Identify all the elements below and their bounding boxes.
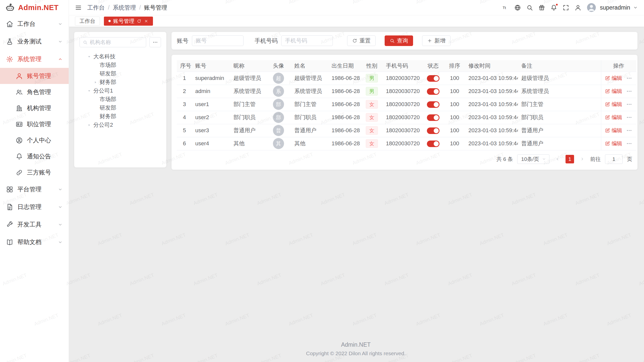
sidebar-item-business-test[interactable]: 业务测试 bbox=[0, 33, 69, 50]
edit-button[interactable]: 编辑 bbox=[605, 140, 622, 147]
tree-caret-icon[interactable] bbox=[93, 80, 100, 85]
tree-node[interactable]: 大名科技 bbox=[79, 52, 161, 61]
tree-node[interactable]: 研发部 bbox=[79, 69, 161, 78]
edit-button[interactable]: 编辑 bbox=[605, 114, 622, 121]
search-button[interactable]: 查询 bbox=[385, 35, 413, 46]
org-more-button[interactable] bbox=[149, 37, 161, 47]
sidebar-item-platform-management[interactable]: 平台管理 bbox=[0, 180, 69, 198]
sidebar-item-label: 工作台 bbox=[17, 20, 58, 28]
breadcrumb-item[interactable]: 工作台 bbox=[87, 4, 105, 12]
user-config-icon[interactable] bbox=[575, 4, 581, 11]
sidebar-item-dev-tools[interactable]: 开发工具 bbox=[0, 216, 69, 233]
sidebar-item-account-management[interactable]: 账号管理 bbox=[0, 68, 69, 84]
more-actions-button[interactable] bbox=[626, 88, 632, 94]
tree-caret-icon[interactable] bbox=[87, 54, 93, 59]
breadcrumb-item[interactable]: 系统管理 bbox=[113, 4, 136, 12]
active-tab-dot bbox=[108, 20, 111, 22]
notification-bell-icon[interactable] bbox=[550, 4, 557, 11]
tab-0[interactable]: 工作台 bbox=[75, 17, 100, 26]
edit-button[interactable]: 编辑 bbox=[605, 88, 622, 95]
sidebar-item-log-management[interactable]: 日志管理 bbox=[0, 198, 69, 216]
status-toggle[interactable] bbox=[427, 101, 439, 108]
tree-node[interactable]: 分公司2 bbox=[79, 121, 161, 129]
sidebar-item-notice-announcement[interactable]: 通知公告 bbox=[0, 148, 69, 164]
tree-node[interactable]: 分公司1 bbox=[79, 86, 161, 95]
cell-sort: 100 bbox=[444, 98, 465, 111]
tree-node-label: 研发部 bbox=[100, 104, 116, 112]
edit-label: 编辑 bbox=[612, 101, 622, 108]
page-1-button[interactable]: 1 bbox=[566, 155, 574, 163]
close-icon[interactable] bbox=[144, 19, 148, 23]
user-avatar[interactable] bbox=[587, 3, 596, 12]
cell-status bbox=[422, 72, 444, 85]
edit-button[interactable]: 编辑 bbox=[605, 75, 622, 82]
sidebar-item-third-party-account[interactable]: 三方账号 bbox=[0, 164, 69, 180]
menu-collapse-icon[interactable] bbox=[75, 4, 82, 11]
sidebar-item-workbench[interactable]: 工作台 bbox=[0, 15, 69, 33]
tree-node[interactable]: 市场部 bbox=[79, 95, 161, 104]
tree-caret-icon[interactable] bbox=[87, 88, 93, 93]
refresh-icon[interactable] bbox=[137, 19, 141, 23]
text-size-icon[interactable]: Tt bbox=[502, 4, 509, 11]
language-icon[interactable] bbox=[514, 4, 521, 11]
sidebar-menu: 工作台业务测试系统管理账号管理角色管理机构管理职位管理个人中心通知公告三方账号平… bbox=[0, 15, 69, 362]
avatar: 普 bbox=[273, 125, 284, 136]
edit-button[interactable]: 编辑 bbox=[605, 127, 622, 134]
sidebar-item-role-management[interactable]: 角色管理 bbox=[0, 84, 69, 100]
tree-node[interactable]: 财务部 bbox=[79, 78, 161, 86]
cell-actions: 编辑 bbox=[601, 124, 636, 137]
status-toggle[interactable] bbox=[427, 114, 439, 121]
chevron-down-icon[interactable] bbox=[633, 5, 638, 10]
reset-button[interactable]: 重置 bbox=[347, 35, 376, 46]
cell-remark: 部门主管 bbox=[518, 98, 601, 111]
more-actions-button[interactable] bbox=[626, 141, 632, 147]
sidebar-item-position-management[interactable]: 职位管理 bbox=[0, 116, 69, 132]
query-buttons: 重置 查询 新增 bbox=[347, 35, 451, 46]
username[interactable]: superadmin bbox=[600, 4, 630, 11]
tree-node[interactable]: 研发部 bbox=[79, 104, 161, 112]
tree-caret-icon bbox=[93, 97, 100, 102]
page-size-select[interactable]: 10条/页 bbox=[517, 154, 549, 164]
sidebar-item-personal-center[interactable]: 个人中心 bbox=[0, 132, 69, 148]
cell-nickname: 部门职员 bbox=[230, 111, 266, 124]
sidebar-item-org-management[interactable]: 机构管理 bbox=[0, 100, 69, 116]
more-actions-button[interactable] bbox=[626, 127, 632, 133]
org-search-input[interactable] bbox=[90, 37, 143, 47]
fullscreen-icon[interactable] bbox=[562, 4, 569, 11]
cell-birthdate: 1986-06-28 bbox=[328, 137, 361, 150]
cell-gender: 女 bbox=[361, 137, 383, 150]
tree-node[interactable]: 市场部 bbox=[79, 61, 161, 69]
chevron-down-icon bbox=[58, 39, 63, 44]
status-toggle[interactable] bbox=[427, 88, 439, 95]
sidebar-item-system-management[interactable]: 系统管理 bbox=[0, 50, 69, 68]
refresh-icon bbox=[352, 38, 357, 43]
account-input[interactable] bbox=[192, 35, 244, 46]
status-toggle[interactable] bbox=[427, 75, 439, 82]
gender-badge: 女 bbox=[366, 100, 378, 109]
cell-nickname: 超级管理员 bbox=[230, 72, 266, 85]
tree-caret-icon[interactable] bbox=[87, 123, 93, 127]
sidebar: Admin.NET 工作台业务测试系统管理账号管理角色管理机构管理职位管理个人中… bbox=[0, 0, 69, 362]
edit-button[interactable]: 编辑 bbox=[605, 101, 622, 108]
phone-input[interactable] bbox=[281, 35, 333, 46]
goto-page-input[interactable] bbox=[605, 154, 623, 164]
cell-sort: 100 bbox=[444, 72, 465, 85]
logo[interactable]: Admin.NET bbox=[0, 0, 69, 15]
more-actions-button[interactable] bbox=[626, 75, 632, 81]
status-toggle[interactable] bbox=[427, 141, 439, 147]
cell-phone: 18020030720 bbox=[383, 137, 422, 150]
next-page-button[interactable] bbox=[578, 155, 586, 163]
search-icon[interactable] bbox=[526, 4, 533, 11]
search-icon bbox=[83, 40, 88, 45]
sidebar-item-help-docs[interactable]: 帮助文档 bbox=[0, 233, 69, 251]
gender-badge: 女 bbox=[366, 139, 378, 148]
more-actions-button[interactable] bbox=[626, 101, 632, 107]
more-actions-button[interactable] bbox=[626, 114, 632, 120]
prev-page-button[interactable] bbox=[554, 155, 561, 163]
theme-icon[interactable] bbox=[538, 4, 545, 11]
tab-1[interactable]: 账号管理 bbox=[104, 17, 153, 26]
chevron-left-icon bbox=[555, 157, 560, 161]
tree-node[interactable]: 财务部 bbox=[79, 112, 161, 121]
add-button[interactable]: 新增 bbox=[422, 35, 451, 46]
status-toggle[interactable] bbox=[427, 127, 439, 134]
